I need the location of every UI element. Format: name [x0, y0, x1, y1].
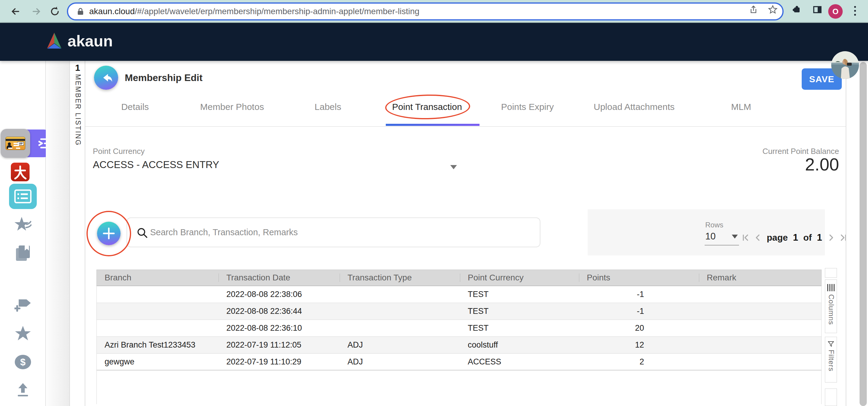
- page-total: 1: [817, 232, 822, 243]
- user-avatar[interactable]: [831, 51, 859, 79]
- cell-points: -1: [579, 290, 699, 299]
- header-branch[interactable]: Branch: [97, 270, 218, 285]
- cell-branch: gewgwe: [97, 357, 218, 367]
- browser-refresh-icon[interactable]: [49, 5, 61, 18]
- plus-icon: [103, 227, 115, 239]
- catalog-item[interactable]: [0, 244, 46, 262]
- table-row[interactable]: gewgwe 2022-07-19 11:10:29 ADJ ACCESS 2: [96, 353, 822, 370]
- rows-caret-icon[interactable]: [732, 235, 738, 239]
- tab-labels[interactable]: Labels: [315, 102, 341, 112]
- screen: akaun.cloud/#/applet/wavelet/erp/members…: [0, 0, 868, 406]
- columns-panel-tab[interactable]: Columns: [825, 279, 837, 333]
- collapsed-panel-strip: [46, 61, 70, 406]
- tab-point-transaction[interactable]: Point Transaction: [392, 102, 462, 112]
- filters-panel-tab[interactable]: Filters: [825, 337, 837, 382]
- back-button[interactable]: [94, 66, 118, 90]
- add-label-item[interactable]: [0, 298, 46, 312]
- columns-icon: [825, 284, 837, 291]
- side-panel-icon[interactable]: [812, 5, 822, 14]
- url-host: akaun.cloud: [89, 7, 135, 16]
- upload-item[interactable]: [0, 382, 46, 398]
- header-points[interactable]: Points: [579, 270, 699, 285]
- dai-applet-item[interactable]: [11, 163, 30, 181]
- header-remark[interactable]: Remark: [699, 270, 822, 285]
- page-word: page: [767, 233, 788, 243]
- page-title: Membership Edit: [125, 72, 203, 83]
- akaun-logo[interactable]: akaun: [45, 32, 113, 50]
- currency-item[interactable]: $: [0, 353, 46, 370]
- prev-page-icon[interactable]: [754, 234, 762, 241]
- search-input[interactable]: [150, 219, 536, 246]
- rows-label: Rows: [705, 221, 723, 229]
- point-currency-select[interactable]: ACCESS - ACCESS ENTRY: [93, 159, 219, 170]
- rows-per-page-select[interactable]: 10: [705, 231, 715, 242]
- browser-profile-avatar[interactable]: O: [828, 4, 843, 19]
- active-tab-underline: [386, 124, 479, 126]
- tab-details[interactable]: Details: [121, 102, 149, 112]
- transactions-table: Branch Transaction Date Transaction Type…: [96, 270, 822, 404]
- table-row[interactable]: 2022-08-08 22:38:06 TEST -1: [96, 286, 822, 303]
- workspace-tab-label: MEMBER LISTING: [74, 74, 82, 146]
- next-page-icon[interactable]: [827, 234, 835, 241]
- dollar-icon: $: [14, 353, 31, 370]
- membership-applet-item[interactable]: VIP: [1, 129, 30, 158]
- loyalty-star-item[interactable]: [0, 216, 46, 233]
- cell-points: 20: [579, 324, 699, 333]
- tab-member-photos[interactable]: Member Photos: [200, 102, 264, 112]
- header-transaction-type[interactable]: Transaction Type: [340, 270, 460, 285]
- extensions-icon[interactable]: [792, 5, 802, 14]
- filter-funnel-icon: [827, 341, 835, 348]
- cell-type: ADJ: [340, 357, 460, 367]
- cell-currency: ACCESS: [460, 357, 579, 367]
- page-current: 1: [793, 232, 798, 243]
- search-box: [127, 217, 540, 247]
- share-icon[interactable]: [749, 5, 758, 14]
- applet-sidebar: VIP: [0, 61, 46, 406]
- pager: page 1 of 1: [742, 232, 847, 243]
- page-scrollbar[interactable]: [860, 62, 867, 406]
- favourites-item[interactable]: [0, 325, 46, 342]
- cell-branch: Azri Branch Test1233453: [97, 340, 218, 350]
- workspace-tab-strip[interactable]: 1 MEMBER LISTING: [70, 61, 85, 406]
- cell-points: 2: [579, 357, 699, 367]
- table-row[interactable]: Azri Branch Test1233453 2022-07-19 11:12…: [96, 337, 822, 353]
- balance-value: 2.00: [688, 154, 839, 174]
- panel-strip-segment: [825, 388, 837, 406]
- book-bookmark-icon: [15, 244, 31, 262]
- app-navbar: akaun: [0, 23, 868, 61]
- cell-points: -1: [579, 307, 699, 316]
- point-currency-caret-icon[interactable]: [450, 165, 457, 169]
- tab-mlm[interactable]: MLM: [731, 102, 751, 112]
- list-icon: [14, 189, 32, 204]
- header-transaction-date[interactable]: Transaction Date: [218, 270, 340, 285]
- browser-menu-icon[interactable]: [854, 6, 856, 16]
- profile-initial: O: [832, 7, 838, 16]
- star-icon: [14, 325, 31, 342]
- listing-applet-item[interactable]: [9, 184, 37, 209]
- header-point-currency[interactable]: Point Currency: [460, 270, 579, 285]
- columns-panel-label: Columns: [827, 294, 835, 325]
- back-arrow-icon: [99, 71, 113, 84]
- pagination-panel: Rows 10 page 1 of 1: [588, 209, 825, 256]
- cell-currency: coolstuff: [460, 340, 579, 350]
- browser-back-icon[interactable]: [10, 5, 22, 18]
- cell-points: 12: [579, 340, 699, 350]
- url-path: /#/applet/wavelet/erp/membership/members…: [135, 7, 420, 16]
- bookmark-star-icon[interactable]: [768, 5, 778, 14]
- of-word: of: [803, 233, 812, 243]
- table-row[interactable]: 2022-08-08 22:36:44 TEST -1: [96, 303, 822, 320]
- cell-currency: TEST: [460, 307, 579, 316]
- first-page-icon[interactable]: [742, 234, 749, 241]
- tab-points-expiry[interactable]: Points Expiry: [501, 102, 554, 112]
- add-transaction-button[interactable]: [97, 222, 121, 245]
- akaun-logo-icon: [45, 32, 63, 50]
- tab-upload-attachments[interactable]: Upload Attachments: [594, 102, 675, 112]
- address-bar[interactable]: akaun.cloud/#/applet/wavelet/erp/members…: [67, 2, 784, 21]
- lock-icon: [76, 7, 85, 16]
- cell-date: 2022-08-08 22:36:44: [218, 307, 340, 316]
- shooting-star-icon: [14, 216, 32, 233]
- cell-currency: TEST: [460, 324, 579, 333]
- cell-currency: TEST: [460, 290, 579, 299]
- browser-forward-icon[interactable]: [30, 5, 42, 18]
- table-row[interactable]: 2022-08-08 22:36:10 TEST 20: [96, 320, 822, 337]
